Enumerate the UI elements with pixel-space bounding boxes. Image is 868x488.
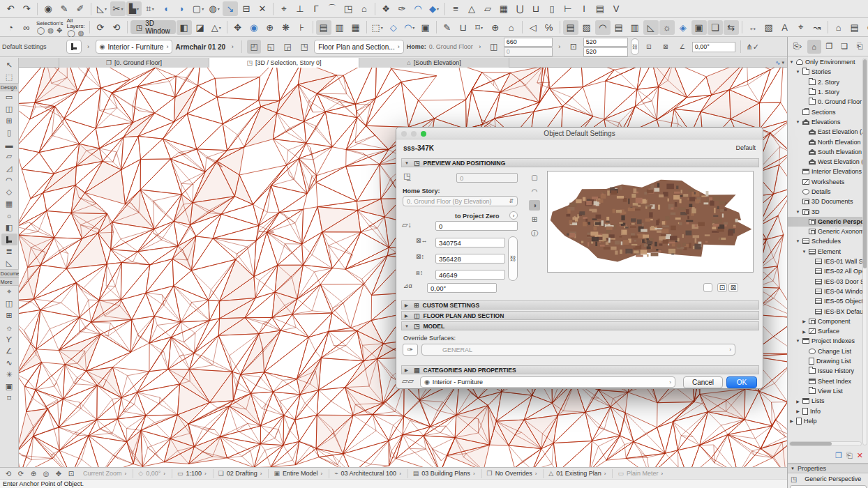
section-categories-properties[interactable]: ▶▤ CATEGORIES AND PROPERTIES: [401, 365, 759, 374]
copy-icon[interactable]: ❏: [708, 20, 723, 35]
pan-icon[interactable]: ◎: [40, 470, 52, 478]
tree-item-generic-axonomet[interactable]: Generic Axonomet: [788, 227, 863, 236]
tree-item-sheet-index[interactable]: Sheet Index: [788, 376, 863, 386]
snap-grid-icon[interactable]: ⌗▾: [142, 1, 158, 16]
view-settings-button[interactable]: Settings...: [790, 485, 867, 488]
brush-icon[interactable]: ✑: [394, 1, 410, 16]
mirror-checkbox[interactable]: [703, 283, 712, 292]
preview-option-2[interactable]: ◠: [529, 186, 540, 197]
tree-item-sections[interactable]: Sections: [788, 107, 863, 116]
hatch-icon[interactable]: ▨: [579, 20, 594, 35]
object-tool[interactable]: [1, 234, 17, 245]
next-zoom-icon[interactable]: ⟳: [15, 470, 27, 478]
dropdown-arrow-icon[interactable]: ▾: [137, 6, 139, 11]
tree-item-0-ground-floor[interactable]: 0. Ground Floor: [788, 97, 863, 107]
proportional-chain-button[interactable]: ⛓: [508, 236, 518, 281]
tree-item-elevations[interactable]: ▼Elevations: [788, 117, 863, 127]
megaphone-icon[interactable]: ◁: [525, 20, 541, 35]
magic-wand-check-icon[interactable]: ⋔✓: [746, 40, 760, 54]
dropdown-arrow-icon[interactable]: ▾: [152, 6, 154, 11]
minimize-button[interactable]: [411, 131, 417, 137]
width-field[interactable]: 660: [504, 38, 553, 47]
sun-path-icon[interactable]: ❋: [278, 20, 294, 35]
tree-item-east-elevation-au[interactable]: East Elevation (Au: [788, 127, 863, 137]
plug-icon[interactable]: ⊦: [294, 20, 310, 35]
tree-disclosure-icon[interactable]: ▶: [789, 418, 794, 423]
hatch-2-icon[interactable]: ▤: [611, 20, 627, 35]
select-tool[interactable]: ↖: [1, 59, 17, 71]
cloud-sync-icon[interactable]: ◆▾: [426, 1, 442, 16]
fit-icon[interactable]: ↔: [745, 20, 761, 35]
elevation-field[interactable]: 0: [435, 221, 518, 231]
tree-item-issue-history[interactable]: Issue History: [788, 366, 863, 376]
tree-disclosure-icon[interactable]: ▶: [802, 319, 807, 323]
close-button[interactable]: [401, 131, 407, 137]
tree-item-ies-bx-default[interactable]: IES-BX Default: [788, 306, 863, 316]
dialog-layer-dropdown[interactable]: ◉ Interior - Furniture ›: [420, 376, 675, 388]
mesh-tool-icon[interactable]: ▦: [496, 1, 511, 16]
height-field-1[interactable]: 520: [583, 38, 628, 47]
clone-folder-icon[interactable]: ⎗: [846, 451, 853, 460]
anchor-point-3-button[interactable]: ◲: [280, 40, 294, 54]
dropdown-arrow-icon[interactable]: ▾: [219, 25, 221, 30]
tree-disclosure-icon[interactable]: ▼: [795, 70, 800, 74]
camera-tool[interactable]: ⌑: [1, 392, 17, 404]
abc-icon[interactable]: A: [777, 20, 793, 35]
tree-item-ies-04-window[interactable]: IES-04 Window: [788, 287, 863, 296]
axonometry-icon[interactable]: △▾: [209, 20, 224, 35]
dialog-title-bar[interactable]: Object Default Settings: [396, 128, 763, 139]
zoom-select-icon[interactable]: ⌖: [793, 20, 809, 35]
tree-item-ies-03-door-sc[interactable]: IES-03 Door Sc: [788, 277, 863, 287]
dropdown-arrow-icon[interactable]: ▾: [202, 6, 204, 11]
section-floor-plan-and-section[interactable]: ▶◫ FLOOR PLAN AND SECTION: [401, 311, 759, 320]
project-map-tab[interactable]: ⌂: [807, 40, 821, 54]
brush-upright-icon[interactable]: ✎: [440, 20, 455, 35]
navigator-hscrollbar-thumb[interactable]: [790, 442, 832, 445]
tree-disclosure-icon[interactable]: ▼: [802, 250, 807, 254]
quick-option-0-00[interactable]: ◇0,00°›: [133, 469, 170, 478]
guide-lines-icon[interactable]: ◺▾: [94, 1, 110, 16]
size-chevron[interactable]: ›: [555, 40, 564, 54]
tree-item-lists[interactable]: ▶Lists: [788, 396, 863, 406]
dimension-tool[interactable]: ∠: [1, 345, 17, 357]
hatch-diag-icon[interactable]: ▧: [761, 20, 777, 35]
corner-icon[interactable]: Γ: [308, 1, 324, 16]
wall-tool-icon[interactable]: ≡: [448, 1, 463, 16]
quick-option-no-overrides[interactable]: ❐No Overrides›: [481, 469, 542, 478]
paint-icon[interactable]: ⊔: [528, 1, 544, 16]
all-layers-group-icon-1[interactable]: ◯: [68, 29, 75, 37]
home-story-chevron[interactable]: ›: [476, 40, 484, 54]
tree-item-2-story[interactable]: 2. Story: [788, 77, 863, 87]
dropdown-arrow-icon[interactable]: ▾: [437, 6, 439, 11]
diamond-icon[interactable]: ◈: [675, 20, 691, 35]
text-block-icon[interactable]: ▤: [592, 1, 608, 16]
new-view-icon[interactable]: ❐: [835, 451, 842, 460]
tree-item-stories[interactable]: ▼Stories: [788, 67, 863, 77]
pick-up-parameters-icon[interactable]: ◉: [40, 1, 56, 16]
cancel-button[interactable]: Cancel: [683, 376, 723, 388]
globe-icon[interactable]: ⊕: [262, 20, 278, 35]
general-surface-dropdown[interactable]: GENERAL ›: [421, 344, 735, 356]
home-icon[interactable]: ⌂: [357, 1, 372, 16]
tree-item-info[interactable]: ▶Info: [788, 406, 863, 415]
fit-in-window-icon[interactable]: ⊡: [66, 470, 77, 478]
tree-tool[interactable]: ϒ: [1, 333, 17, 345]
roof-tool[interactable]: ◿: [1, 162, 17, 174]
drag-icon[interactable]: ↘: [223, 1, 238, 16]
slope-icon[interactable]: ◺: [643, 20, 659, 35]
undo-small-icon[interactable]: ⟲: [109, 20, 124, 35]
lamp-tool[interactable]: ⌖: [1, 286, 17, 298]
book-icon[interactable]: ▤: [847, 20, 862, 35]
camera-icon[interactable]: ⌑▾: [472, 20, 487, 35]
mirror-a-button[interactable]: ⊡: [642, 40, 656, 54]
mirror-b-button[interactable]: ⊠: [659, 40, 673, 54]
quick-option-03-architectural-100[interactable]: ⌁03 Architectural 100›: [329, 469, 406, 478]
redo-small-icon[interactable]: ⟳: [93, 20, 108, 35]
camera-globe-icon[interactable]: ⊕: [488, 20, 503, 35]
spline-tool[interactable]: ∿: [1, 357, 17, 369]
info-icon[interactable]: ⓘ: [529, 228, 540, 238]
section-custom-settings[interactable]: ▶⊞ CUSTOM SETTINGS: [401, 300, 759, 310]
tree-item-view-list[interactable]: View List: [788, 386, 863, 396]
undo-icon[interactable]: ↶: [3, 1, 18, 16]
previous-zoom-icon[interactable]: ⟲: [3, 470, 14, 478]
